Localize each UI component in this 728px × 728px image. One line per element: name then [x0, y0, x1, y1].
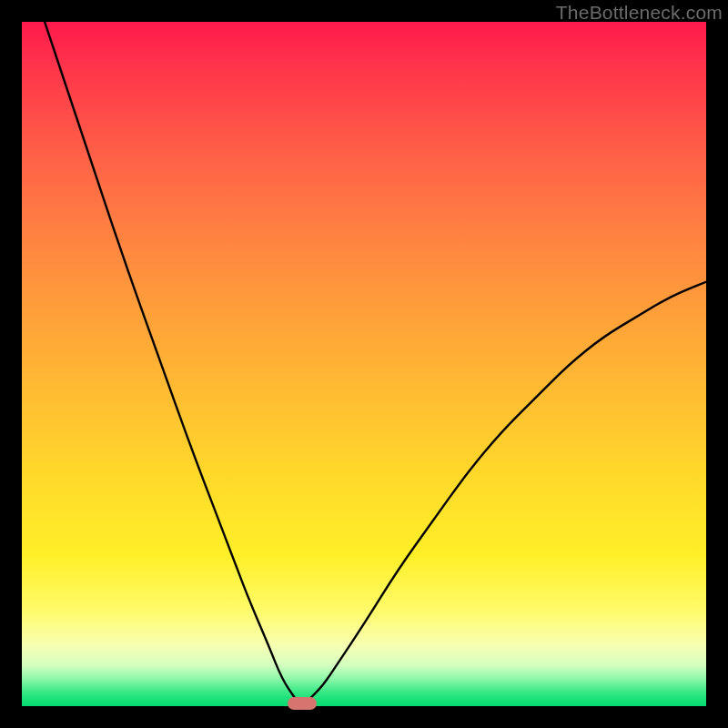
plot-area — [22, 22, 706, 706]
bottleneck-curve — [22, 22, 706, 706]
optimum-marker — [288, 697, 317, 710]
watermark-text: TheBottleneck.com — [556, 2, 723, 24]
chart-frame: TheBottleneck.com — [0, 0, 728, 728]
